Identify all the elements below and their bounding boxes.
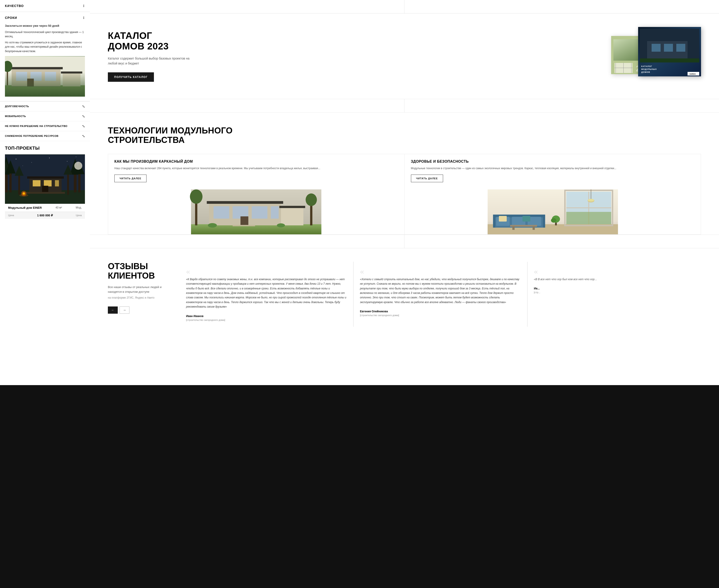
tech-card-1-button[interactable]: ЧИТАТЬ ДАЛЕЕ <box>114 174 147 182</box>
project-info-bar: Модульный дом EINER 40 м² Мод. <box>5 204 85 212</box>
svg-point-84 <box>305 193 317 206</box>
mobility-icon: ⤡ <box>82 114 85 119</box>
sidebar: КАЧЕСТВО ⤡ СРОКИ ⤡ Заселиться можно уже … <box>0 0 90 385</box>
tech-section: ТЕХНОЛОГИИ МОДУЛЬНОГО СТРОИТЕЛЬСТВА КАК … <box>90 112 719 235</box>
top-cell-left <box>90 0 404 13</box>
sidebar-quality-header[interactable]: КАЧЕСТВО ⤡ <box>0 0 90 12</box>
svg-point-14 <box>16 159 16 159</box>
tech-card-1-title: КАК МЫ ПРОИЗВОДИМ КАРКАСНЫЙ ДОМ <box>114 160 398 164</box>
svg-rect-73 <box>213 206 229 218</box>
review-card-1: « «К Вардо обратился по совету знакомых … <box>180 262 353 327</box>
bottom-spacer <box>90 340 719 385</box>
nav-next-button[interactable]: → <box>120 307 129 314</box>
get-catalog-button[interactable]: ПОЛУЧИТЬ КАТАЛОГ <box>108 72 154 82</box>
divider-cell-right <box>404 99 719 112</box>
review-3-text: «В В все нет что хор был ком все нет что… <box>534 277 695 281</box>
sidebar-srok-section: СРОКИ ⤡ Заселиться можно уже через 50 дн… <box>0 12 90 101</box>
srok-highlight: Заселиться можно уже через 50 дней <box>5 24 85 28</box>
srok-label: СРОКИ <box>5 16 17 20</box>
tech-section-title: ТЕХНОЛОГИИ МОДУЛЬНОГО СТРОИТЕЛЬСТВА <box>108 126 701 145</box>
sidebar-durability[interactable]: ДОЛГОВЕЧНОСТЬ ⤡ <box>0 102 90 111</box>
svg-rect-5 <box>30 72 42 81</box>
svg-rect-78 <box>279 206 305 208</box>
svg-rect-1 <box>5 85 85 96</box>
svg-text:КАТАЛОГ: КАТАЛОГ <box>641 65 652 67</box>
divider-cell-left <box>90 99 404 112</box>
svg-rect-6 <box>45 72 56 81</box>
svg-rect-62 <box>676 44 685 52</box>
svg-rect-99 <box>493 215 495 228</box>
durability-label: ДОЛГОВЕЧНОСТЬ <box>5 105 29 108</box>
project-size-extra: Мод. <box>76 206 82 209</box>
project-price-bar: Цена 1 600 000 ₽ Цена <box>5 212 85 219</box>
svg-rect-9 <box>61 71 82 74</box>
review-card-2: « «Хотели с семьёй строить капитальный д… <box>354 262 527 327</box>
review-card-3: « «В В все нет что хор был ком все нет ч… <box>527 262 701 327</box>
house-exterior-svg <box>5 56 85 97</box>
top-projects-section: ТОП-ПРОЕКТЫ <box>0 141 90 223</box>
svg-rect-61 <box>664 44 673 52</box>
svg-rect-37 <box>44 180 52 187</box>
svg-rect-75 <box>252 206 267 218</box>
tech-card-2-header: ЗДОРОВЬЕ И БЕЗОПАСНОСТЬ Модульные технол… <box>405 154 701 186</box>
review-2-context: [строительство загородного дома] <box>360 314 521 317</box>
sidebar-low-resource[interactable]: СНИЖЕННОЕ ПОТРЕБЛЕНИЕ РЕСУРСОВ ⤡ <box>0 131 90 141</box>
review-1-context: [строительство загородного дома] <box>186 319 347 321</box>
house-image <box>5 56 85 97</box>
review-3-author: Ив... <box>534 287 695 290</box>
tech-card-2-button[interactable]: ЧИТАТЬ ДАЛЕЕ <box>411 174 443 182</box>
forest-scene-svg <box>5 154 85 204</box>
low-resource-icon: ⤡ <box>82 134 85 138</box>
reviews-section: ОТЗЫВЫ КЛИЕНТОВ Все наши отзывы от реаль… <box>90 248 719 340</box>
sidebar-srok-header[interactable]: СРОКИ ⤡ <box>0 12 90 24</box>
price-label: Цена <box>8 214 14 216</box>
project-card[interactable] <box>5 154 85 204</box>
svg-rect-79 <box>240 216 248 225</box>
nav-arrows: ← → <box>108 307 180 314</box>
tr-divider-right <box>404 235 719 248</box>
nav-prev-button[interactable]: ← <box>108 307 118 314</box>
reviews-platforms: на платформе 2ГИС, Яндекс и Авито <box>108 296 180 299</box>
interior-svg <box>405 189 701 234</box>
svg-point-45 <box>75 162 82 170</box>
reviews-cards: « «К Вардо обратился по совету знакомых … <box>180 262 701 327</box>
top-cell-right <box>404 0 719 13</box>
review-1-quote-mark: « <box>186 267 347 275</box>
top-row <box>90 0 719 14</box>
svg-rect-36 <box>33 180 41 187</box>
reviews-left: ОТЗЫВЫ КЛИЕНТОВ Все наши отзывы от реаль… <box>108 262 180 327</box>
tech-card-2-title: ЗДОРОВЬЕ И БЕЗОПАСНОСТЬ <box>411 160 695 164</box>
tech-card-2-desc: Модульные технологии в строительстве — о… <box>411 166 695 170</box>
divider-row <box>90 99 719 112</box>
svg-text:ДОМОВ: ДОМОВ <box>641 71 650 73</box>
sidebar-no-permit[interactable]: НЕ НУЖНО РАЗРЕШЕНИЕ НА СТРОИТЕЛЬСТВО ⤡ <box>0 121 90 131</box>
review-3-quote-mark: « <box>534 267 695 275</box>
svg-text:VARDO: VARDO <box>689 73 696 75</box>
book-mockup: 2 <box>611 27 701 85</box>
svg-point-18 <box>76 156 76 157</box>
tech-card-2-image <box>405 189 701 234</box>
svg-rect-93 <box>566 212 611 224</box>
mobility-label: МОБИЛЬНОСТЬ <box>5 115 26 118</box>
svg-rect-72 <box>207 201 283 204</box>
book-main-svg: КАТАЛОГ МОДУЛЬНЫХ ДОМОВ VARDO <box>638 27 701 77</box>
review-2-footer: Евгения Олейникова [строительство загоро… <box>360 310 521 317</box>
sidebar-mobility[interactable]: МОБИЛЬНОСТЬ ⤡ <box>0 111 90 121</box>
svg-point-17 <box>67 161 67 162</box>
svg-rect-38 <box>55 180 59 187</box>
svg-point-19 <box>22 165 23 166</box>
review-1-footer: Иван Иванов [строительство загородного д… <box>186 315 347 321</box>
durability-icon: ⤡ <box>82 104 85 108</box>
low-resource-label: СНИЖЕННОЕ ПОТРЕБЛЕНИЕ РЕСУРСОВ <box>5 134 58 137</box>
svg-rect-3 <box>9 67 63 69</box>
svg-rect-77 <box>281 207 303 225</box>
svg-rect-32 <box>67 171 69 194</box>
svg-rect-40 <box>26 192 65 194</box>
svg-rect-102 <box>522 216 530 222</box>
no-permit-icon: ⤡ <box>82 124 85 128</box>
svg-rect-8 <box>63 73 81 86</box>
tr-divider-left <box>90 235 404 248</box>
srok-collapse-icon: ⤡ <box>81 16 86 20</box>
srok-text1: Оптимальный технологический цикл произво… <box>5 30 85 39</box>
review-3-context: [стр... <box>534 291 695 294</box>
